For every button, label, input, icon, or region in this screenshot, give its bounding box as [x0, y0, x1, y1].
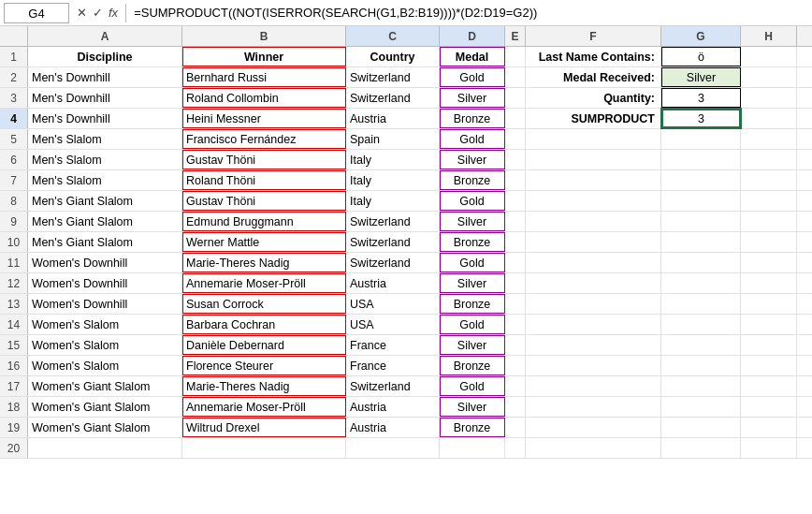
cell-c4[interactable]: Austria: [346, 109, 440, 128]
cell-d17[interactable]: Gold: [440, 376, 505, 396]
table-row: 7 Men's Slalom Roland Thöni Italy Bronze: [0, 170, 812, 191]
cell-c6[interactable]: Italy: [346, 150, 440, 169]
cell-d6[interactable]: Silver: [440, 150, 505, 169]
cell-d10[interactable]: Bronze: [440, 232, 505, 252]
cell-d16[interactable]: Bronze: [440, 356, 505, 375]
cell-a10[interactable]: Men's Giant Slalom: [28, 232, 182, 252]
cell-b12[interactable]: Annemarie Moser-Pröll: [182, 273, 346, 293]
cell-g4[interactable]: 3: [661, 109, 741, 128]
cell-d2[interactable]: Gold: [440, 67, 505, 87]
cell-g3[interactable]: 3: [661, 88, 741, 108]
cell-c14[interactable]: USA: [346, 315, 440, 334]
col-header-d[interactable]: D: [440, 26, 505, 46]
cell-b19[interactable]: Wiltrud Drexel: [182, 418, 346, 437]
cell-c12[interactable]: Austria: [346, 273, 440, 293]
cell-d7[interactable]: Bronze: [440, 170, 505, 190]
cell-b6[interactable]: Gustav Thöni: [182, 150, 346, 169]
cell-d3[interactable]: Silver: [440, 88, 505, 108]
cell-a14[interactable]: Women's Slalom: [28, 315, 182, 334]
cell-g1[interactable]: ö: [661, 47, 741, 66]
cell-c9[interactable]: Switzerland: [346, 212, 440, 231]
cell-g2[interactable]: Silver: [661, 67, 741, 87]
col-header-g[interactable]: G: [661, 26, 741, 46]
cell-b16[interactable]: Florence Steurer: [182, 356, 346, 375]
cell-h10: [741, 232, 797, 252]
cell-a11[interactable]: Women's Downhill: [28, 253, 182, 272]
cell-c18[interactable]: Austria: [346, 397, 440, 417]
cell-c5[interactable]: Spain: [346, 129, 440, 149]
cell-c16[interactable]: France: [346, 356, 440, 375]
cell-c10[interactable]: Switzerland: [346, 232, 440, 252]
cell-d19[interactable]: Bronze: [440, 418, 505, 437]
cell-a5[interactable]: Men's Slalom: [28, 129, 182, 149]
cell-reference[interactable]: G4: [4, 3, 69, 23]
cell-c15[interactable]: France: [346, 335, 440, 355]
cell-c8[interactable]: Italy: [346, 191, 440, 211]
cell-a17[interactable]: Women's Giant Slalom: [28, 376, 182, 396]
cell-d13[interactable]: Bronze: [440, 294, 505, 314]
cell-d11[interactable]: Gold: [440, 253, 505, 272]
cancel-icon[interactable]: ✕: [77, 6, 87, 20]
cell-d18[interactable]: Silver: [440, 397, 505, 417]
cell-a18[interactable]: Women's Giant Slalom: [28, 397, 182, 417]
cell-b17[interactable]: Marie-Theres Nadig: [182, 376, 346, 396]
cell-f18: [526, 397, 661, 417]
cell-a12[interactable]: Women's Downhill: [28, 273, 182, 293]
cell-b4[interactable]: Heini Messner: [182, 109, 346, 128]
cell-d4[interactable]: Bronze: [440, 109, 505, 128]
cell-a1[interactable]: Discipline: [28, 47, 182, 66]
cell-b14[interactable]: Barbara Cochran: [182, 315, 346, 334]
col-header-h[interactable]: H: [741, 26, 797, 46]
cell-g12: [661, 273, 741, 293]
cell-b1[interactable]: Winner: [182, 47, 346, 66]
cell-b5[interactable]: Francisco Fernández: [182, 129, 346, 149]
cell-d5[interactable]: Gold: [440, 129, 505, 149]
cell-d15[interactable]: Silver: [440, 335, 505, 355]
col-header-f[interactable]: F: [526, 26, 661, 46]
cell-b13[interactable]: Susan Corrock: [182, 294, 346, 314]
cell-a6[interactable]: Men's Slalom: [28, 150, 182, 169]
cell-a19[interactable]: Women's Giant Slalom: [28, 418, 182, 437]
cell-b10[interactable]: Werner Mattle: [182, 232, 346, 252]
cell-a16[interactable]: Women's Slalom: [28, 356, 182, 375]
cell-b7[interactable]: Roland Thöni: [182, 170, 346, 190]
cell-a15[interactable]: Women's Slalom: [28, 335, 182, 355]
col-header-a[interactable]: A: [28, 26, 182, 46]
cell-a13[interactable]: Women's Downhill: [28, 294, 182, 314]
cell-c11[interactable]: Switzerland: [346, 253, 440, 272]
formula-input[interactable]: [130, 3, 808, 23]
col-header-c[interactable]: C: [346, 26, 440, 46]
cell-a9[interactable]: Men's Giant Slalom: [28, 212, 182, 231]
cell-d1[interactable]: Medal: [440, 47, 505, 66]
cell-b3[interactable]: Roland Collombin: [182, 88, 346, 108]
cell-c3[interactable]: Switzerland: [346, 88, 440, 108]
cell-d8[interactable]: Gold: [440, 191, 505, 211]
cell-a7[interactable]: Men's Slalom: [28, 170, 182, 190]
cell-a2[interactable]: Men's Downhill: [28, 67, 182, 87]
cell-c7[interactable]: Italy: [346, 170, 440, 190]
cell-d12[interactable]: Silver: [440, 273, 505, 293]
cell-b11[interactable]: Marie-Theres Nadig: [182, 253, 346, 272]
col-header-b[interactable]: B: [182, 26, 346, 46]
cell-h9: [741, 212, 797, 231]
cell-b15[interactable]: Danièle Debernard: [182, 335, 346, 355]
cell-d14[interactable]: Gold: [440, 315, 505, 334]
confirm-icon[interactable]: ✓: [93, 6, 103, 20]
cell-d9[interactable]: Silver: [440, 212, 505, 231]
cell-a3[interactable]: Men's Downhill: [28, 88, 182, 108]
cell-b9[interactable]: Edmund Bruggmann: [182, 212, 346, 231]
cell-b8[interactable]: Gustav Thöni: [182, 191, 346, 211]
cell-a8[interactable]: Men's Giant Slalom: [28, 191, 182, 211]
cell-c17[interactable]: Switzerland: [346, 376, 440, 396]
cell-c2[interactable]: Switzerland: [346, 67, 440, 87]
cell-e13: [505, 294, 526, 314]
cell-c19[interactable]: Austria: [346, 418, 440, 437]
cell-a4[interactable]: Men's Downhill: [28, 109, 182, 128]
insert-function-icon[interactable]: fx: [109, 6, 118, 20]
col-header-e[interactable]: E: [505, 26, 526, 46]
cell-b18[interactable]: Annemarie Moser-Pröll: [182, 397, 346, 417]
cell-c1[interactable]: Country: [346, 47, 440, 66]
cell-h15: [741, 335, 797, 355]
cell-c13[interactable]: USA: [346, 294, 440, 314]
cell-b2[interactable]: Bernhard Russi: [182, 67, 346, 87]
